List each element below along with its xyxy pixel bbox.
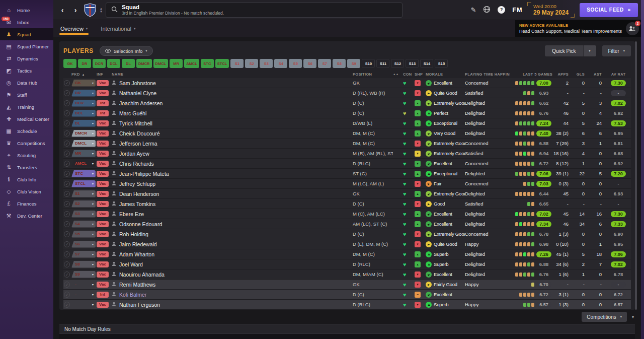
table-row[interactable]: ✓ S3▾ Vac Ebere Eze M (C), AM (LC) ♥ ▴ ▶… xyxy=(63,209,631,219)
column-header-con[interactable]: CON xyxy=(403,72,415,77)
player-name[interactable]: Sam Johnstone xyxy=(119,80,156,86)
forward-button[interactable]: › xyxy=(70,5,80,15)
position-filter-s12[interactable]: S12 xyxy=(391,59,404,68)
sidebar-item-medical-center[interactable]: ✚ Medical Center xyxy=(0,113,53,125)
picked-position-dropdown[interactable]: GK▾ xyxy=(71,80,96,87)
position-filter-stc[interactable]: STC xyxy=(201,59,214,68)
row-checkbox[interactable]: ✓ xyxy=(64,120,70,126)
row-checkbox[interactable]: ✓ xyxy=(64,302,70,308)
title-search-box[interactable]: Squad 3rd in English Premier Division - … xyxy=(106,3,403,18)
position-filter-s14[interactable]: S14 xyxy=(420,59,433,68)
sidebar-item-club-info[interactable]: ℹ Club Info xyxy=(0,173,53,185)
club-crest-icon[interactable] xyxy=(84,3,97,17)
sidebar-item-dynamics[interactable]: ⇄ Dynamics xyxy=(0,52,53,64)
table-row[interactable]: ✓ DR▾ Vac Nathaniel Clyne D (RL), WB (R)… xyxy=(63,88,631,98)
position-filter-s4[interactable]: S4 xyxy=(274,59,287,68)
help-icon[interactable]: ? xyxy=(498,6,505,14)
column-header-morale[interactable]: MORALE xyxy=(426,72,465,77)
info-badge[interactable]: Vac xyxy=(97,80,109,86)
player-name[interactable]: Kofi Balmer xyxy=(119,292,146,298)
picked-position-dropdown[interactable]: S5▾ xyxy=(71,231,96,238)
advisor-icon[interactable]: 2 xyxy=(626,22,639,35)
table-row[interactable]: ✓ S4▾ Vac Odsonne Edouard AM (LC), ST (C… xyxy=(63,219,631,229)
row-checkbox[interactable]: ✓ xyxy=(64,201,70,207)
picked-position-dropdown[interactable]: DCR▾ xyxy=(71,100,96,107)
table-row[interactable]: ✓ S9▾ Vac Naouirou Ahamada DM, M/AM (C) … xyxy=(63,269,631,280)
position-filter-s15[interactable]: S15 xyxy=(435,59,448,68)
picked-position-dropdown[interactable]: S7▾ xyxy=(71,251,96,258)
info-badge[interactable]: Vac xyxy=(97,221,109,227)
sidebar-item-staff[interactable]: ⚑ Staff xyxy=(0,89,53,101)
position-filter-dcr[interactable]: DCR xyxy=(93,59,106,68)
row-checkbox[interactable]: ✓ xyxy=(64,272,70,278)
row-checkbox[interactable]: ✓ xyxy=(64,151,70,157)
position-filter-s1[interactable]: S1 xyxy=(230,59,244,68)
position-filter-s3[interactable]: S3 xyxy=(260,59,273,68)
picked-position-dropdown[interactable]: DR▾ xyxy=(71,90,96,97)
info-badge[interactable]: Int xyxy=(97,110,109,116)
player-name[interactable]: Joachim Andersen xyxy=(119,100,163,106)
player-name[interactable]: Jeffrey Schlupp xyxy=(119,181,155,187)
position-filter-dmcl[interactable]: DMCL xyxy=(153,59,169,68)
picked-position-dropdown[interactable]: DMCL▾ xyxy=(71,140,96,147)
picked-position-dropdown[interactable]: AMCL▾ xyxy=(71,160,96,167)
sidebar-item-transfers[interactable]: ⇅ Transfers xyxy=(0,161,53,173)
picked-position-dropdown[interactable]: S3▾ xyxy=(71,211,96,218)
info-badge[interactable]: Vac xyxy=(97,151,109,157)
table-row[interactable]: ✓ S2▾ Vac James Tomkins D (C) ♥ ▾ ▶ Good… xyxy=(63,199,631,209)
picked-position-dropdown[interactable]: S2▾ xyxy=(71,200,96,208)
row-checkbox[interactable]: ✓ xyxy=(64,90,70,96)
globe-icon[interactable] xyxy=(483,6,491,15)
advice-banner[interactable]: NEW ADVICE AVAILABLE Head Coach Support,… xyxy=(515,20,641,37)
sidebar-item-squad-planner[interactable]: ▤ Squad Planner xyxy=(0,40,53,52)
position-filter-dr[interactable]: DR xyxy=(78,59,91,68)
info-badge[interactable]: Vac xyxy=(97,241,109,247)
sidebar-item-competitions[interactable]: ♛ Competitions xyxy=(0,137,53,149)
info-badge[interactable]: Vac xyxy=(97,171,109,177)
table-row[interactable]: ✓ S5▾ Vac Rob Holding D (C) ♥ ▾ ▶ Extrem… xyxy=(63,229,631,239)
table-row[interactable]: ✓ STC▾ Vac Jean-Philippe Mateta ST (C) ♥… xyxy=(63,169,631,179)
table-row[interactable]: ✓ MR▾ Vac Jordan Ayew M (R), AM (RL), ST… xyxy=(63,149,631,159)
table-row[interactable]: ✓ S7▾ Vac Adam Wharton DM, M (C) ♥ ▴ ▶ S… xyxy=(63,249,631,259)
table-row[interactable]: ✓ AMCL▾ Vac Chris Richards D (RLC) ♥ ▾ ▶… xyxy=(63,159,631,169)
row-checkbox[interactable]: ✓ xyxy=(64,251,70,257)
game-clock[interactable]: Wed 20:00 29 May 2024 xyxy=(527,2,575,18)
column-header-last5[interactable]: LAST 5 GAMES xyxy=(510,72,552,77)
club-switcher[interactable]: ▲▼ xyxy=(100,7,103,13)
row-checkbox[interactable]: ✓ xyxy=(64,171,70,177)
info-badge[interactable]: Vac xyxy=(97,211,109,217)
picked-position-dropdown[interactable]: STC▾ xyxy=(71,170,96,177)
table-row[interactable]: ✓ STCL▾ Vac Jeffrey Schlupp M (LC), AM (… xyxy=(63,179,631,189)
player-name[interactable]: Marc Guéhi xyxy=(119,110,146,116)
selection-info-dropdown[interactable]: Selection Info ▾ xyxy=(100,46,153,56)
table-row[interactable]: ✓ DMCL▾ Vac Jefferson Lerma DM, M (C) ♥ … xyxy=(63,139,631,149)
picked-position-dropdown[interactable]: S9▾ xyxy=(71,271,96,278)
row-checkbox[interactable]: ✓ xyxy=(64,261,70,267)
player-name[interactable]: James Tomkins xyxy=(119,201,155,207)
sidebar-item-tactics[interactable]: ◩ Tactics xyxy=(0,64,53,77)
position-filter-s2[interactable]: S2 xyxy=(245,59,258,68)
picked-position-dropdown[interactable]: -▾ xyxy=(71,301,96,308)
info-badge[interactable]: Vac xyxy=(97,282,109,288)
player-name[interactable]: Ebere Eze xyxy=(119,211,144,217)
table-row[interactable]: ✓ S8▾ Vac Joel Ward D (RLC) ♥ ▴ ▶ Superb… xyxy=(63,259,631,269)
column-header-playing-time[interactable]: PLAYING TIME HAPPINESS xyxy=(465,72,510,77)
info-badge[interactable]: Vac xyxy=(97,181,109,187)
sidebar-item-training[interactable]: ◭ Training xyxy=(0,101,53,113)
position-filter-dl[interactable]: DL xyxy=(122,59,135,68)
sidebar-item-inbox[interactable]: 150✉ Inbox xyxy=(0,16,53,28)
picked-position-dropdown[interactable]: S1▾ xyxy=(71,190,96,197)
player-name[interactable]: Rob Holding xyxy=(119,231,148,237)
sidebar-item-scouting[interactable]: ⌖ Scouting xyxy=(0,149,53,161)
table-row[interactable]: ✓ -▾ Vac Remi Matthews GK ♥ ▾ ▶ Fairly G… xyxy=(63,280,631,290)
picked-position-dropdown[interactable]: S6▾ xyxy=(71,241,96,248)
sidebar-item-data-hub[interactable]: ◎ Data Hub xyxy=(0,77,53,89)
position-filter-gk[interactable]: GK xyxy=(63,59,76,68)
info-badge[interactable]: Vac xyxy=(97,90,109,96)
info-badge[interactable]: Vac xyxy=(97,141,109,147)
player-name[interactable]: Nathan Ferguson xyxy=(119,302,160,308)
column-header-gls[interactable]: GLS xyxy=(573,72,589,77)
info-badge[interactable]: Vac xyxy=(97,302,109,308)
sidebar-item-squad[interactable]: ♟ Squad xyxy=(0,28,53,40)
player-name[interactable]: Jordan Ayew xyxy=(119,151,149,157)
